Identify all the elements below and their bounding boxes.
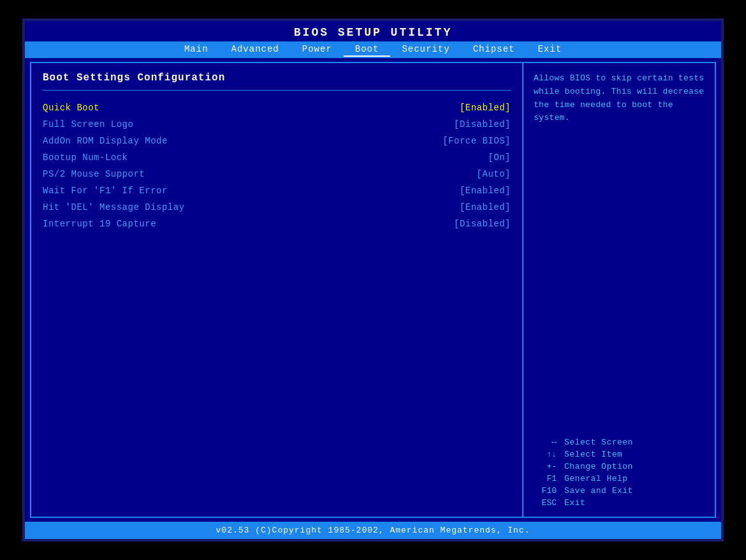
key-symbol: ↑↓ [534,450,557,459]
tab-advanced[interactable]: Advanced [220,43,291,57]
setting-value: [On] [488,152,511,163]
setting-name: Bootup Num-Lock [43,152,128,163]
setting-value: [Auto] [477,169,511,179]
right-panel: Allows BIOS to skip certain tests while … [523,63,715,517]
key-desc: Change Option [564,462,633,471]
setting-name: AddOn ROM Display Mode [43,136,168,146]
setting-name: PS/2 Mouse Support [43,169,145,179]
setting-name: Quick Boot [43,103,99,113]
main-content: Boot Settings Configuration Quick Boot[E… [30,62,716,518]
setting-name: Full Screen Logo [43,119,133,129]
key-row: F10Save and Exit [534,486,705,496]
tab-chipset[interactable]: Chipset [462,43,527,57]
footer-text: v02.53 (C)Copyright 1985-2002, American … [25,526,721,535]
section-title: Boot Settings Configuration [43,72,511,84]
main-title: BIOS SETUP UTILITY [25,26,721,39]
setting-value: [Force BIOS] [442,136,511,146]
key-desc: Select Item [564,450,622,459]
setting-row[interactable]: PS/2 Mouse Support[Auto] [43,167,511,181]
keybindings: ↔Select Screen↑↓Select Item+-Change Opti… [534,438,705,508]
setting-row[interactable]: AddOn ROM Display Mode[Force BIOS] [43,134,511,148]
setting-value: [Enabled] [460,186,511,196]
tab-boot[interactable]: Boot [344,43,391,57]
key-symbol: F10 [534,486,557,496]
tab-main[interactable]: Main [173,43,220,57]
setting-row[interactable]: Interrupt 19 Capture[Disabled] [43,217,511,231]
setting-value: [Disabled] [454,219,511,229]
setting-row[interactable]: Quick Boot[Enabled] [43,101,511,115]
tab-bar[interactable]: MainAdvancedPowerBootSecurityChipsetExit [25,41,721,58]
divider [43,90,511,91]
key-desc: Select Screen [564,438,633,447]
setting-row[interactable]: Hit 'DEL' Message Display[Enabled] [43,200,511,214]
key-symbol: ↔ [534,438,557,447]
setting-value: [Disabled] [454,119,511,129]
key-row: ↑↓Select Item [534,450,705,459]
setting-value: [Enabled] [460,202,511,212]
footer: v02.53 (C)Copyright 1985-2002, American … [25,522,721,539]
settings-list: Quick Boot[Enabled]Full Screen Logo[Disa… [43,101,511,231]
key-row: ESCExit [534,498,705,508]
key-symbol: ESC [534,498,557,508]
title-bar: BIOS SETUP UTILITY [25,21,721,41]
left-panel: Boot Settings Configuration Quick Boot[E… [31,63,523,517]
tab-security[interactable]: Security [390,43,461,57]
tab-power[interactable]: Power [291,43,344,57]
setting-name: Wait For 'F1' If Error [43,186,168,196]
key-row: +-Change Option [534,462,705,471]
key-desc: Save and Exit [564,486,633,496]
key-row: ↔Select Screen [534,438,705,447]
setting-name: Hit 'DEL' Message Display [43,202,185,212]
key-desc: General Help [564,474,628,483]
key-symbol: F1 [534,474,557,483]
setting-value: [Enabled] [460,103,511,113]
setting-row[interactable]: Bootup Num-Lock[On] [43,151,511,165]
help-text: Allows BIOS to skip certain tests while … [534,72,705,125]
key-desc: Exit [564,498,585,508]
setting-row[interactable]: Full Screen Logo[Disabled] [43,117,511,131]
key-symbol: +- [534,462,557,471]
setting-row[interactable]: Wait For 'F1' If Error[Enabled] [43,184,511,198]
key-row: F1General Help [534,474,705,483]
bios-screen: BIOS SETUP UTILITY MainAdvancedPowerBoot… [22,18,724,542]
tab-exit[interactable]: Exit [526,43,573,57]
setting-name: Interrupt 19 Capture [43,219,156,229]
